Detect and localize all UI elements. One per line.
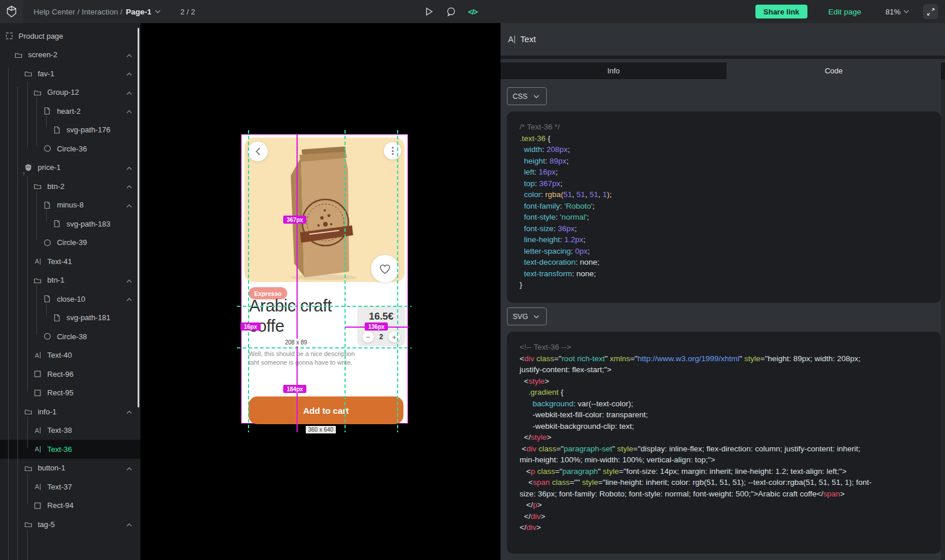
tab-info[interactable]: Info — [501, 62, 727, 79]
measurement-top: 367px — [283, 216, 306, 224]
layer-row-minus-8[interactable]: minus-8 — [0, 196, 140, 215]
zoom-level-control[interactable]: 81% — [885, 8, 909, 16]
plus-button[interactable]: + — [388, 331, 400, 343]
fullscreen-icon[interactable] — [923, 4, 938, 19]
layer-label: Text-41 — [47, 257, 72, 266]
layer-label: Product page — [18, 32, 63, 40]
mobile-screen-frame[interactable]: Expresso Arabic craft coffe 16.5€ − 2 + … — [241, 134, 408, 424]
svg-format-select[interactable]: SVG — [507, 307, 547, 325]
chevron-up-icon[interactable] — [126, 87, 132, 98]
file-icon — [43, 201, 51, 209]
layer-row-Rect-95[interactable]: Rect-95 — [0, 384, 140, 403]
rect-icon — [34, 388, 42, 397]
page-counter: 2 / 2 — [180, 8, 195, 16]
code-icon[interactable]: </> — [466, 5, 479, 18]
chevron-up-icon[interactable] — [126, 68, 132, 79]
chevron-up-icon[interactable] — [126, 50, 132, 60]
panel-scrollbar[interactable] — [941, 79, 945, 560]
layer-row-Group-12[interactable]: Group-12 — [0, 83, 140, 102]
heart-icon — [379, 263, 391, 275]
share-link-button[interactable]: Share link — [755, 5, 807, 18]
text-icon: A — [34, 257, 42, 266]
layer-row-Text-38[interactable]: AText-38 — [0, 421, 140, 440]
layer-row-svg-path-176[interactable]: svg-path-176 — [0, 121, 140, 140]
layer-label: Rect-95 — [47, 388, 74, 397]
tab-code[interactable]: Code — [727, 62, 941, 79]
layer-row-close-10[interactable]: close-10 — [0, 290, 140, 309]
chevron-up-icon[interactable] — [126, 181, 132, 191]
add-to-cart-button[interactable]: Add to cart — [249, 396, 403, 424]
chevron-up-icon[interactable] — [126, 275, 132, 285]
text-icon: A — [34, 483, 42, 491]
text-layer-icon: A — [508, 35, 515, 44]
layer-row-Text-37[interactable]: AText-37 — [0, 477, 140, 496]
layer-label: fav-1 — [38, 69, 54, 78]
layer-row-screen-2[interactable]: screen-2 — [0, 46, 140, 65]
breadcrumb[interactable]: Help Center / Interaction / Page-1 — [34, 8, 161, 16]
product-title[interactable]: Arabic craft coffe — [249, 296, 350, 336]
layer-row-Text-36[interactable]: AText-36 — [0, 440, 140, 459]
layer-label: heart-2 — [57, 107, 80, 116]
guide-horizontal-dashed — [237, 347, 412, 348]
minus-button[interactable]: − — [362, 331, 374, 343]
play-icon[interactable] — [423, 5, 435, 18]
arrow-up-icon: ↑ — [22, 170, 25, 178]
layer-row-Text-40[interactable]: AText-40 — [0, 346, 140, 365]
layer-label: Rect-94 — [47, 501, 74, 510]
layer-label: svg-path-183 — [66, 220, 110, 228]
favorite-button[interactable] — [371, 255, 399, 283]
layer-row-svg-path-183[interactable]: svg-path-183 — [0, 214, 140, 233]
layer-row-price-1[interactable]: price-1 — [0, 158, 140, 177]
css-format-select[interactable]: CSS — [507, 87, 547, 105]
layer-row-Rect-96[interactable]: Rect-96 — [0, 365, 140, 384]
chevron-up-icon[interactable] — [126, 406, 132, 417]
layer-row-Text-41[interactable]: AText-41 — [0, 252, 140, 271]
layer-row-Rect-94[interactable]: Rect-94 — [0, 496, 140, 516]
comment-icon[interactable] — [444, 5, 457, 18]
breadcrumb-path: Help Center / Interaction / — [34, 8, 123, 16]
text-icon: A — [34, 426, 42, 435]
folder-icon — [34, 276, 42, 284]
breadcrumb-page[interactable]: Page-1 — [126, 8, 151, 16]
chevron-down-icon — [903, 10, 909, 13]
back-button[interactable] — [248, 142, 268, 161]
chevron-down-icon[interactable] — [155, 10, 161, 13]
folder-icon — [24, 463, 32, 472]
frame-size-label: 360 x 640 — [306, 426, 336, 433]
layer-row-heart-2[interactable]: heart-2 — [0, 102, 140, 121]
css-code-block[interactable]: /* Text-36 */.text-36 { width: 208px; he… — [507, 112, 941, 303]
layer-row-tag-5[interactable]: tag-5 — [0, 515, 140, 534]
chevron-up-icon[interactable] — [126, 463, 132, 473]
chevron-up-icon[interactable] — [126, 519, 132, 529]
layer-row-fav-1[interactable]: fav-1 — [0, 64, 140, 83]
app-logo-icon[interactable] — [0, 0, 23, 23]
edit-page-link[interactable]: Edit page — [828, 8, 861, 16]
layer-row-Circle-38[interactable]: Circle-38 — [0, 327, 140, 346]
chevron-up-icon[interactable] — [126, 200, 132, 210]
svg-code-block[interactable]: <!-- Text-36 --><div class="root rich-te… — [507, 332, 941, 554]
layer-row-Circle-36[interactable]: Circle-36 — [0, 139, 140, 158]
design-canvas[interactable]: Expresso Arabic craft coffe 16.5€ − 2 + … — [140, 23, 501, 560]
chevron-up-icon[interactable] — [126, 106, 132, 116]
more-options-button[interactable] — [384, 142, 401, 160]
layer-row-button-1[interactable]: button-1 — [0, 459, 140, 478]
layer-row-info-1[interactable]: info-1 — [0, 402, 140, 421]
chevron-up-icon[interactable] — [126, 294, 132, 304]
inspector-title: Text — [520, 35, 536, 44]
layer-row-Product page[interactable]: Product page — [0, 27, 140, 46]
layer-row-svg-path-181[interactable]: svg-path-181 — [0, 309, 140, 328]
layer-label: svg-path-181 — [66, 313, 110, 322]
plus-icon: + — [392, 333, 396, 342]
coffee-bag-image — [269, 140, 376, 281]
layer-row-btn-2[interactable]: btn-2 — [0, 177, 140, 196]
sidebar-scrollbar[interactable] — [138, 28, 139, 407]
price-value: 16.5€ — [357, 311, 405, 322]
layer-label: tag-5 — [38, 520, 55, 529]
layer-row-Circle-39[interactable]: Circle-39 — [0, 233, 140, 253]
layer-row-btn-1[interactable]: btn-1 — [0, 271, 140, 290]
chevron-down-icon — [533, 315, 539, 318]
layer-label: button-1 — [38, 463, 65, 472]
circle-icon — [43, 238, 51, 247]
chevron-up-icon[interactable] — [126, 162, 132, 173]
quantity-stepper: − 2 + — [357, 331, 405, 343]
